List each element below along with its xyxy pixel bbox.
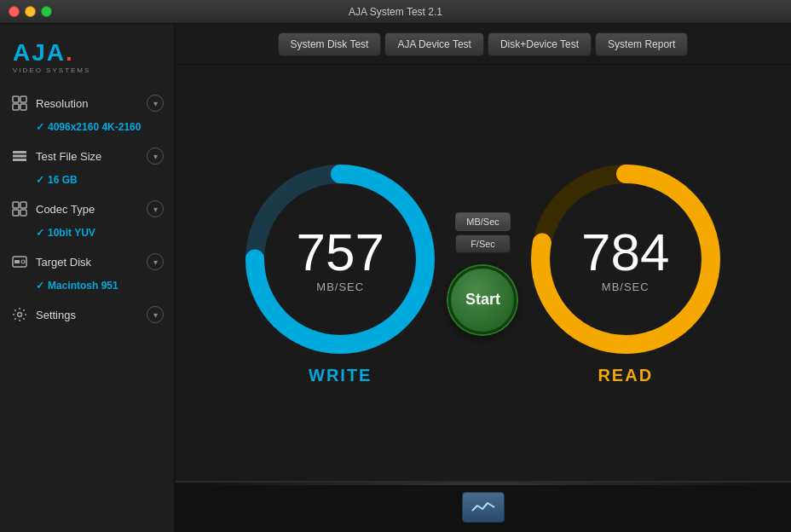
main-content: 757 MB/SEC WRITE MB/Sec F/Sec Sta [175, 65, 791, 481]
mbsec-button[interactable]: MB/Sec [455, 212, 511, 231]
center-column: MB/Sec F/Sec Start [438, 212, 528, 334]
sidebar: AJA. VIDEO SYSTEMS Resolution ▾ ✓4096x21… [0, 24, 175, 532]
write-gauge: 757 MB/SEC [242, 161, 438, 357]
svg-rect-1 [20, 96, 26, 102]
settings-icon [10, 305, 29, 324]
targetdisk-chevron[interactable]: ▾ [147, 253, 164, 270]
settings-label: Settings [36, 309, 147, 321]
testfilesize-icon [10, 147, 29, 165]
targetdisk-icon [10, 252, 29, 271]
svg-rect-10 [20, 210, 26, 216]
start-button[interactable]: Start [448, 266, 517, 334]
write-gauge-container: 757 MB/SEC WRITE [242, 161, 438, 385]
sidebar-item-targetdisk[interactable]: Target Disk ▾ [0, 246, 174, 278]
sidebar-item-testfilesize[interactable]: Test File Size ▾ [0, 140, 174, 172]
svg-rect-3 [20, 104, 26, 110]
sidebar-item-resolution[interactable]: Resolution ▾ [0, 87, 174, 119]
chart-button[interactable] [462, 492, 505, 523]
svg-rect-8 [20, 202, 26, 208]
toolbar: System Disk Test AJA Device Test Disk+De… [175, 24, 791, 65]
maximize-button[interactable] [41, 6, 52, 17]
disk-device-test-button[interactable]: Disk+Device Test [488, 32, 592, 56]
system-disk-test-button[interactable]: System Disk Test [278, 32, 382, 56]
svg-rect-2 [13, 104, 19, 110]
svg-rect-5 [13, 155, 26, 158]
logo-subtitle: VIDEO SYSTEMS [13, 66, 90, 74]
logo-text: AJA. [13, 41, 74, 65]
targetdisk-label: Target Disk [36, 256, 147, 269]
settings-chevron[interactable]: ▾ [147, 306, 164, 323]
svg-point-12 [21, 260, 25, 263]
resolution-value: ✓4096x2160 4K-2160 [0, 119, 174, 140]
svg-rect-13 [14, 260, 20, 263]
read-gauge: 784 MB/SEC [528, 161, 724, 357]
fsec-button[interactable]: F/Sec [455, 234, 511, 253]
unit-selector: MB/Sec F/Sec [455, 212, 511, 253]
write-gauge-inner: 757 MB/SEC [297, 225, 384, 292]
codectype-label: Codec Type [36, 203, 147, 216]
resolution-icon [10, 94, 29, 113]
title-bar: AJA System Test 2.1 [0, 0, 791, 24]
read-label: READ [598, 366, 653, 385]
testfilesize-label: Test File Size [36, 150, 147, 163]
aja-device-test-button[interactable]: AJA Device Test [384, 32, 483, 56]
write-label: WRITE [309, 366, 372, 385]
read-gauge-inner: 784 MB/SEC [581, 225, 669, 292]
svg-rect-7 [13, 202, 19, 208]
write-value: 757 [297, 225, 384, 278]
system-report-button[interactable]: System Report [595, 32, 688, 56]
resolution-chevron[interactable]: ▾ [147, 95, 164, 112]
targetdisk-value: ✓Macintosh 951 [0, 278, 174, 298]
svg-rect-0 [13, 96, 19, 102]
svg-rect-9 [13, 210, 19, 216]
window-controls [9, 6, 52, 17]
svg-rect-6 [13, 159, 26, 161]
write-unit: MB/SEC [316, 280, 364, 292]
sidebar-item-codectype[interactable]: Codec Type ▾ [0, 193, 174, 225]
start-label: Start [465, 291, 500, 309]
window-title: AJA System Test 2.1 [349, 6, 442, 18]
read-gauge-container: 784 MB/SEC READ [528, 161, 724, 385]
content-area: System Disk Test AJA Device Test Disk+De… [175, 24, 791, 532]
svg-point-14 [18, 313, 22, 317]
aja-logo: AJA. VIDEO SYSTEMS [0, 32, 174, 87]
bottom-bar [175, 481, 791, 532]
minimize-button[interactable] [25, 6, 36, 17]
codectype-icon [10, 200, 29, 218]
svg-rect-4 [13, 151, 26, 153]
read-unit: MB/SEC [602, 280, 650, 292]
testfilesize-value: ✓16 GB [0, 172, 174, 193]
read-value: 784 [581, 225, 669, 278]
testfilesize-chevron[interactable]: ▾ [147, 147, 164, 165]
sidebar-item-settings[interactable]: Settings ▾ [0, 298, 174, 331]
resolution-label: Resolution [36, 97, 147, 110]
gauges-area: 757 MB/SEC WRITE MB/Sec F/Sec Sta [242, 161, 724, 385]
codectype-value: ✓10bit YUV [0, 225, 174, 246]
close-button[interactable] [9, 6, 20, 17]
codectype-chevron[interactable]: ▾ [147, 200, 164, 217]
